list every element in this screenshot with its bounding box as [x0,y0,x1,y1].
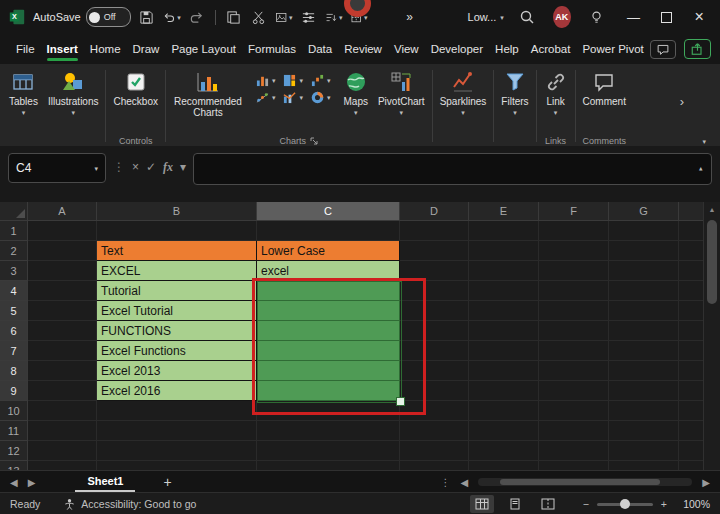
cell-G9[interactable] [609,381,679,401]
column-header-A[interactable]: A [28,202,97,221]
column-header-D[interactable]: D [400,202,469,221]
cell-C5[interactable] [257,301,400,321]
cell-E5[interactable] [469,301,539,321]
cell-C4[interactable] [257,281,400,301]
cell-A11[interactable] [28,421,97,441]
scroll-up-icon[interactable]: ▲ [704,202,720,213]
insert-waterfall-chart-button[interactable]: ▾ [311,74,331,87]
cell-B4[interactable]: Tutorial [97,281,257,301]
cell-B6[interactable]: FUNCTIONS [97,321,257,341]
expand-formula-bar-icon[interactable]: ▾ [699,166,703,173]
cell-D1[interactable] [400,221,469,241]
cell-C3[interactable]: excel [257,261,400,281]
enter-button[interactable]: ✓ [146,153,156,181]
cell-G12[interactable] [609,441,679,461]
column-header-F[interactable]: F [539,202,609,221]
select-all-corner[interactable] [0,202,28,221]
column-header-E[interactable]: E [469,202,539,221]
quick-style-dropdown[interactable]: Low... ▾ [468,11,504,23]
cell-F3[interactable] [539,261,609,281]
row-header-7[interactable]: 7 [0,341,28,361]
cell-E4[interactable] [469,281,539,301]
cell-F12[interactable] [539,441,609,461]
cell-B2[interactable]: Text [97,241,257,261]
row-header-5[interactable]: 5 [0,301,28,321]
zoom-level[interactable]: 100% [676,498,710,510]
cell-G13[interactable] [609,461,679,470]
menu-tab-draw[interactable]: Draw [127,38,166,60]
autosave-control[interactable]: AutoSave Off [33,7,131,27]
cell-F9[interactable] [539,381,609,401]
menu-tab-view[interactable]: View [388,38,425,60]
cell-D12[interactable] [400,441,469,461]
cell-D10[interactable] [400,401,469,421]
menu-tab-data[interactable]: Data [302,38,338,60]
cell-C9[interactable] [257,381,400,401]
cell-A12[interactable] [28,441,97,461]
undo-button[interactable]: ▾ [163,5,181,29]
zoom-in-button[interactable]: + [661,498,667,510]
save-button[interactable] [138,5,156,29]
menu-tab-file[interactable]: File [10,38,41,60]
normal-view-button[interactable] [470,495,494,513]
cell-G11[interactable] [609,421,679,441]
menu-tab-formulas[interactable]: Formulas [242,38,302,60]
fill-handle[interactable] [396,397,405,406]
cell-F8[interactable] [539,361,609,381]
sparklines-button[interactable]: Sparklines ▾ [435,66,492,116]
autosave-toggle[interactable]: Off [86,7,131,27]
cell-F11[interactable] [539,421,609,441]
row-header-2[interactable]: 2 [0,241,28,261]
cell-B12[interactable] [97,441,257,461]
ribbon-more-button[interactable]: › [680,94,684,109]
row-header-13[interactable]: 13 [0,461,28,470]
cell-F7[interactable] [539,341,609,361]
vertical-scrollbar[interactable]: ▲ [703,202,720,470]
row-header-6[interactable]: 6 [0,321,28,341]
menu-tab-developer[interactable]: Developer [425,38,489,60]
tab-options-icon[interactable]: ⋮ [441,477,451,488]
cell-G4[interactable] [609,281,679,301]
cell-B10[interactable] [97,401,257,421]
close-button[interactable]: × [686,0,712,34]
sort-filter-button[interactable]: ▾ [325,5,343,29]
cell-B13[interactable] [97,461,257,470]
menu-tab-page-layout[interactable]: Page Layout [165,38,242,60]
row-header-4[interactable]: 4 [0,281,28,301]
vertical-scroll-thumb[interactable] [707,220,717,304]
menu-tab-help[interactable]: Help [489,38,525,60]
cell-F13[interactable] [539,461,609,470]
settings-sliders-button[interactable] [300,5,318,29]
menu-tab-review[interactable]: Review [338,38,388,60]
page-layout-view-button[interactable] [503,495,527,513]
illustrations-button[interactable]: Illustrations ▾ [43,66,104,116]
cell-A8[interactable] [28,361,97,381]
row-header-3[interactable]: 3 [0,261,28,281]
cell-F4[interactable] [539,281,609,301]
cell-A5[interactable] [28,301,97,321]
cell-D6[interactable] [400,321,469,341]
minimize-button[interactable]: — [621,0,647,34]
cell-E11[interactable] [469,421,539,441]
column-header-G[interactable]: G [609,202,679,221]
zoom-slider-knob[interactable] [620,499,630,509]
cell-B11[interactable] [97,421,257,441]
dialog-launcher-icon[interactable] [310,137,318,145]
cell-G7[interactable] [609,341,679,361]
cell-A10[interactable] [28,401,97,421]
cell-C11[interactable] [257,421,400,441]
cell-D13[interactable] [400,461,469,470]
cell-G6[interactable] [609,321,679,341]
cell-D3[interactable] [400,261,469,281]
cell-A1[interactable] [28,221,97,241]
cell-E3[interactable] [469,261,539,281]
insert-hierarchy-chart-button[interactable]: ▾ [283,74,303,87]
cell-B7[interactable]: Excel Functions [97,341,257,361]
cancel-button[interactable]: × [132,153,139,181]
filters-button[interactable]: Filters ▾ [496,66,533,116]
cell-B1[interactable] [97,221,257,241]
cell-C10[interactable] [257,401,400,421]
cell-A3[interactable] [28,261,97,281]
row-header-12[interactable]: 12 [0,441,28,461]
cell-G10[interactable] [609,401,679,421]
